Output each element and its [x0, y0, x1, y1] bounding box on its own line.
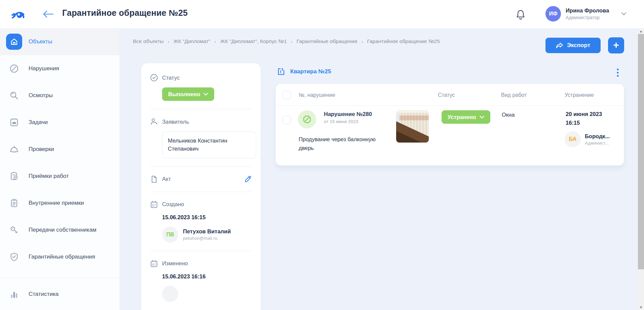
fix-date: 20 июня 2023 [566, 111, 602, 117]
user-avatar: ИФ [545, 6, 561, 22]
violation-number[interactable]: Нарушение №280 [324, 111, 372, 117]
column-fix: Устранение [565, 92, 594, 98]
applicant-label: Заявитель [162, 119, 189, 125]
divider [150, 192, 252, 192]
modified-label: Изменено [162, 260, 188, 267]
sidebar-divider [0, 278, 119, 278]
fixer-role: Админист... [585, 141, 610, 146]
breadcrumb-item[interactable]: ЖК "Дипломат", Корпус №1 [220, 38, 287, 44]
content-area: Все объекты › ЖК "Дипломат" › ЖК "Диплом… [119, 28, 638, 310]
sidebar-item-label: Приёмки работ [29, 173, 69, 180]
sidebar-item-internal-acceptance[interactable]: Внутренние приемки [0, 190, 119, 217]
scroll-up-arrow[interactable]: ▲ [638, 28, 644, 34]
bar-chart-icon [5, 285, 23, 303]
search-icon [5, 87, 23, 104]
act-label: Акт [162, 176, 171, 182]
export-button[interactable]: Экспорт [545, 38, 601, 53]
avatar [162, 286, 178, 302]
breadcrumb: Все объекты › ЖК "Дипломат" › ЖК "Диплом… [133, 38, 440, 44]
table-header-row: №, нарушение Статус Вид работ Устранение [276, 84, 624, 106]
sidebar-item-label: Статистика [29, 291, 59, 298]
app-logo-eye-icon[interactable] [9, 6, 29, 22]
status-label: Статус [162, 75, 180, 81]
sidebar-item-owner-handover[interactable]: Передачи собственникам [0, 217, 119, 243]
breadcrumb-item-current: Гарантийное обращение №25 [367, 38, 440, 44]
status-value: Выполнено [168, 91, 200, 98]
created-user-email: petuhov@mail.ru [183, 236, 231, 241]
sidebar-item-inspections[interactable]: Осмотры [0, 82, 119, 109]
sidebar-item-label: Передачи собственникам [29, 227, 97, 233]
row-status-dropdown[interactable]: Устранено [442, 110, 490, 124]
applicant-person-icon [147, 117, 161, 126]
export-icon [556, 42, 563, 49]
status-dropdown[interactable]: Выполнено [162, 87, 214, 101]
key-icon [5, 221, 23, 239]
scroll-down-arrow[interactable]: ▼ [638, 304, 644, 310]
page-title: Гарантийное обращение №25 [62, 8, 188, 18]
created-label: Создано [162, 201, 184, 207]
user-menu[interactable]: ИФ Ирина Фролова Администратор [545, 6, 627, 22]
sidebar-item-objects[interactable]: Объекты [0, 28, 119, 55]
tasks-icon [5, 114, 23, 131]
helmet-icon [5, 141, 23, 158]
sidebar-item-warranty-requests[interactable]: Гарантийные обращения [0, 243, 119, 270]
chevron-down-icon [621, 12, 627, 15]
violation-description: Продувание через балконную дверь [299, 135, 389, 152]
scrollbar-thumb[interactable] [638, 34, 644, 269]
add-button[interactable]: + [608, 37, 624, 53]
sidebar-item-tasks[interactable]: Задачи [0, 109, 119, 136]
clipboard-lines-icon [5, 194, 23, 212]
apartment-link[interactable]: Квартира №25 [277, 67, 331, 76]
created-datetime: 15.06.2023 16:15 [162, 214, 252, 221]
violation-photo-thumbnail[interactable] [396, 110, 429, 143]
apartment-panel-header: Квартира №25 [276, 65, 624, 81]
sidebar-item-label: Объекты [29, 38, 52, 45]
work-type-value: Окна [502, 112, 515, 118]
sidebar-item-work-acceptance[interactable]: Приёмки работ [0, 163, 119, 190]
fix-time: 16:15 [566, 120, 580, 126]
kebab-menu-icon[interactable] [613, 67, 622, 79]
sidebar-item-checks[interactable]: Проверки [0, 136, 119, 163]
violation-badge-icon [298, 110, 316, 128]
sidebar-item-violations[interactable]: Нарушения [0, 55, 119, 82]
apartment-plan-icon [277, 67, 286, 76]
sidebar-item-label: Осмотры [29, 92, 53, 99]
breadcrumb-separator: › [291, 39, 293, 44]
sidebar-item-label: Задачи [29, 119, 48, 126]
column-violation: №, нарушение [299, 92, 335, 98]
user-name: Ирина Фролова [566, 7, 609, 14]
column-work-type: Вид работ [501, 92, 527, 98]
sidebar-item-statistics[interactable]: Статистика [0, 284, 119, 304]
select-all-checkbox[interactable] [282, 91, 291, 99]
breadcrumb-item[interactable]: Гарантийные обращения [297, 38, 357, 44]
sidebar-item-label: Проверки [29, 146, 54, 153]
notifications-bell-icon[interactable] [514, 8, 527, 21]
plus-icon: + [613, 39, 619, 51]
home-icon [5, 33, 23, 50]
fixer-user: БА Бородк... Админист... [565, 131, 610, 147]
document-icon [147, 175, 161, 184]
breadcrumb-item[interactable]: ЖК "Дипломат" [174, 38, 211, 44]
row-checkbox[interactable] [282, 116, 291, 124]
breadcrumb-separator: › [215, 39, 216, 44]
edit-pencil-icon[interactable] [244, 175, 252, 183]
vertical-scrollbar[interactable]: ▲ ▼ [638, 28, 644, 310]
avatar: ПВ [162, 227, 178, 243]
violations-table: №, нарушение Статус Вид работ Устранение… [276, 84, 624, 165]
sidebar-item-label: Внутренние приемки [29, 200, 84, 206]
breadcrumb-item[interactable]: Все объекты [133, 38, 164, 44]
calendar-icon [147, 259, 161, 268]
avatar: БА [565, 131, 581, 147]
created-user-name: Петухов Виталий [183, 228, 231, 235]
chevron-down-icon [203, 93, 208, 96]
column-status: Статус [438, 92, 455, 98]
export-label: Экспорт [567, 42, 590, 49]
divider [150, 251, 252, 251]
calendar-icon [147, 200, 161, 209]
modified-user [162, 286, 252, 302]
request-detail-card: Статус Выполнено Заявитель Мельников Кон… [141, 63, 261, 310]
top-bar: Гарантийное обращение №25 ИФ Ирина Фроло… [0, 0, 644, 28]
shield-check-icon [5, 248, 23, 266]
sidebar: Объекты Нарушения Осмотры Задачи [0, 28, 119, 310]
back-arrow-icon[interactable] [42, 8, 55, 20]
